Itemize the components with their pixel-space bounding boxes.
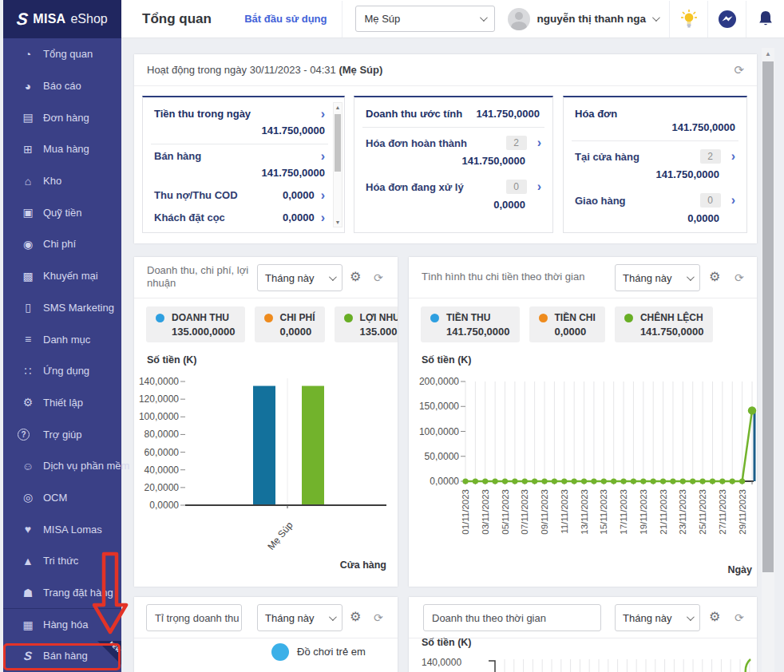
misa-eshop-app: SMISAeShop Tổng quan Bắt đầu sử dụng Mẹ … [0,0,784,672]
legend-chip[interactable]: TIỀN THU141.750,0000 [421,306,520,342]
apps-icon: ∷ [18,365,38,378]
chevron-right-icon[interactable]: › [731,152,735,161]
legend-value: 135.000,0000 [360,326,398,338]
sidebar-item-tro-giup[interactable]: ?Trợ giúp [3,418,121,450]
order-icon: ▤ [18,111,38,124]
hearts-icon: ♥ [18,523,38,536]
sidebar-item-kho[interactable]: ⌂Kho [3,165,121,197]
sidebar-item-bao-cao[interactable]: ◕Báo cáo [3,70,121,102]
gear-icon[interactable]: ⚙ [709,611,720,623]
chevron-right-icon[interactable]: › [321,213,325,223]
sidebar-item-sms-marketing[interactable]: ▯SMS Marketing [3,292,121,324]
card-scrollbar[interactable]: ▲ ▼ [333,102,343,227]
gear-icon[interactable]: ⚙ [709,271,720,283]
notifications-button[interactable] [746,0,784,38]
sidebar-item-thiet-lap[interactable]: ⚙Thiết lập [3,387,121,419]
period-select[interactable]: Tháng này [615,604,700,631]
scrollbar-thumb[interactable] [335,114,341,172]
period-select[interactable]: Tháng này [615,264,700,291]
refresh-icon[interactable]: ⟳ [374,271,383,284]
sidebar-item-ung-dung[interactable]: ∷Ứng dụng [3,355,121,387]
refresh-icon[interactable]: ⟳ [734,63,744,77]
chart-type-value: Tỉ trọng doanh thu hàng hóa [155,612,242,624]
row-label: Doanh thu ước tính [366,108,462,120]
header-divider [342,1,343,38]
scroll-up-icon[interactable]: ▲ [334,105,342,110]
refresh-icon[interactable]: ⟳ [374,611,383,624]
phone-icon: ▯ [18,301,38,314]
panel-header: Tình hình thu chi tiền theo thời gian Th… [409,257,757,298]
legend-chip[interactable]: LỢI NHUẬN135.000,0000 [335,306,398,342]
period-select[interactable]: Tháng này [257,604,343,631]
cart-icon: ⊞ [18,143,38,156]
sidebar-item-label: Khuyến mại [43,270,98,282]
legend-name: TIỀN THU [446,312,490,323]
page-scrollbar[interactable]: ▲ [762,48,774,672]
sidebar-item-don-hang[interactable]: ▤Đơn hàng [3,101,121,133]
sidebar-item-danh-muc[interactable]: ≡Danh mục [3,323,121,355]
svg-text:200,0000: 200,0000 [419,376,459,387]
chevron-right-icon[interactable]: › [321,152,325,161]
sidebar-item-quy-tien[interactable]: ▣Quỹ tiền [3,196,121,228]
store-select[interactable]: Mẹ Súp [355,6,495,32]
tips-button[interactable] [670,0,707,38]
refresh-icon[interactable]: ⟳ [735,271,744,284]
chart-type-select[interactable]: Doanh thu theo thời gian [423,604,601,631]
mini-line-chart: 140,0000 [409,653,757,672]
svg-text:50,0000: 50,0000 [425,451,460,462]
period-select[interactable]: Tháng này [257,264,343,291]
sidebar-item-dich-vu-phan-mem[interactable]: ☺Dịch vụ phần mềm [3,450,121,482]
sidebar-item-label: Quỹ tiền [43,207,81,219]
gear-icon[interactable]: ⚙ [350,271,361,283]
row-label: Tại cửa hàng [575,151,639,163]
chevron-right-icon[interactable]: › [537,138,541,148]
sidebar-item-misa-lomas[interactable]: ♥MISA Lomas [3,513,121,545]
cash-in-out-panel: Tình hình thu chi tiền theo thời gian Th… [409,257,757,587]
legend-chip[interactable]: CHÊNH LỆCH141.750,0000 [615,306,714,342]
start-guide-link[interactable]: Bắt đầu sử dụng [244,13,327,25]
sidebar-item-tong-quan[interactable]: ◔Tổng quan [3,38,121,70]
messenger-button[interactable] [708,0,746,38]
chevron-right-icon[interactable]: › [321,191,325,200]
sidebar-item-khuyen-mai[interactable]: ▩Khuyến mại [3,260,121,292]
legend-chips: DOANH THU135.000,0000 CHI PHÍ0,0000 LỢI … [146,306,398,342]
sidebar-item-label: Hàng hóa [43,619,88,630]
scroll-down-icon[interactable]: ▼ [334,219,342,225]
svg-text:19/11/2023: 19/11/2023 [639,489,648,535]
sidebar-item-ban-hang[interactable]: S Bán hàng NEW [3,640,121,672]
misa-eshop-logo[interactable]: SMISAeShop [3,0,121,38]
sidebar-item-label: OCM [43,492,67,504]
legend-chip[interactable]: CHI PHÍ0,0000 [255,306,325,342]
svg-text:60,0000: 60,0000 [145,447,180,458]
chart-type-select[interactable]: Tỉ trọng doanh thu hàng hóa [146,604,242,631]
svg-text:20,0000: 20,0000 [145,482,180,493]
chevron-right-icon[interactable]: › [321,109,325,119]
scroll-up-icon[interactable]: ▲ [762,50,774,57]
chevron-right-icon[interactable]: › [731,196,735,205]
sidebar-item-label: Tri thức [43,555,78,567]
svg-text:150,0000: 150,0000 [419,401,459,412]
sidebar-item-ocm[interactable]: ◎OCM [3,482,121,514]
bag-icon: ☗ [18,587,38,599]
row-label: Thu nợ/Thu COD [154,189,238,201]
sidebar-item-label: Trợ giúp [43,429,82,441]
user-menu[interactable]: nguyễn thị thanh nga [508,8,659,30]
scrollbar-thumb[interactable] [762,61,774,572]
refresh-icon[interactable]: ⟳ [735,611,744,624]
sidebar-item-trang-dat-hang[interactable]: ☗Trang đặt hàng [3,577,121,609]
legend-chip[interactable]: TIỀN CHI0,0000 [529,306,605,342]
sidebar-item-chi-phi[interactable]: ◉Chi phí [3,228,121,260]
chevron-right-icon[interactable]: › [537,182,541,192]
estimated-revenue-card: Doanh thu ước tính141.750,0000 Hóa đơn h… [354,96,553,233]
sidebar-item-mua-hang[interactable]: ⊞Mua hàng [3,133,121,165]
count-badge: 2 [506,136,527,150]
legend-chips: TIỀN THU141.750,0000 TIỀN CHI0,0000 CHÊN… [421,306,713,342]
sidebar-item-tri-thuc[interactable]: ▲Tri thức [3,545,121,577]
activity-panel: Hoạt động trong ngày 30/11/2023 - 04:31 … [134,54,757,243]
revenue-share-panel: Tỉ trọng doanh thu hàng hóa Tháng này ⚙ … [134,597,398,672]
pie-chart-icon: ◕ [18,80,38,93]
sidebar-item-hang-hoa[interactable]: ▦Hàng hóa [3,608,121,640]
line-chart: 0,000050,0000100,0000150,0000200,000001/… [409,369,757,584]
legend-chip[interactable]: DOANH THU135.000,0000 [146,306,245,342]
gear-icon[interactable]: ⚙ [350,611,361,623]
